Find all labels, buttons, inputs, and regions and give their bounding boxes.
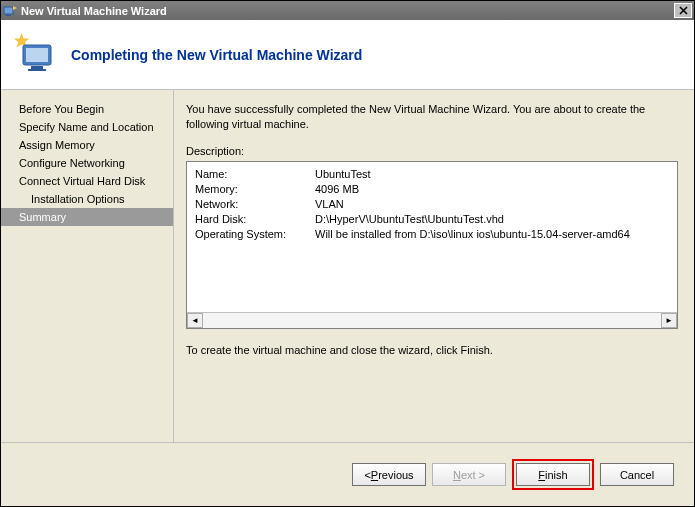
description-key: Operating System: [195,228,315,240]
horizontal-scrollbar[interactable]: ◄ ► [187,312,677,328]
description-list: Name:UbuntuTestMemory:4096 MBNetwork:VLA… [187,162,677,312]
description-row: Operating System:Will be installed from … [195,228,669,240]
scroll-right-arrow-icon[interactable]: ► [661,313,677,328]
sidebar-step[interactable]: Summary [1,208,173,226]
wizard-header: Completing the New Virtual Machine Wizar… [1,20,694,90]
sidebar-step[interactable]: Configure Networking [1,154,173,172]
description-row: Network:VLAN [195,198,669,210]
next-button: Next > [432,463,506,486]
description-value: VLAN [315,198,344,210]
sidebar-step[interactable]: Connect Virtual Hard Disk [1,172,173,190]
outro-text: To create the virtual machine and close … [186,343,678,358]
scroll-track[interactable] [203,313,661,328]
sidebar-step[interactable]: Assign Memory [1,136,173,154]
svg-rect-1 [6,15,11,16]
description-key: Memory: [195,183,315,195]
wizard-steps-sidebar: Before You BeginSpecify Name and Locatio… [1,90,173,442]
previous-button[interactable]: < Previous [352,463,426,486]
description-key: Hard Disk: [195,213,315,225]
svg-marker-2 [13,6,17,10]
description-value: 4096 MB [315,183,359,195]
content-pane: You have successfully completed the New … [173,90,694,442]
description-key: Name: [195,168,315,180]
svg-rect-0 [4,7,13,14]
intro-text: You have successfully completed the New … [186,102,678,133]
svg-rect-5 [26,48,48,62]
finish-highlight: Finish [512,459,594,490]
window-title: New Virtual Machine Wizard [21,5,674,17]
titlebar[interactable]: New Virtual Machine Wizard [1,1,694,20]
svg-rect-7 [28,69,46,71]
scroll-left-arrow-icon[interactable]: ◄ [187,313,203,328]
description-label: Description: [186,145,678,157]
description-key: Network: [195,198,315,210]
button-bar: < Previous Next > Finish Cancel [1,442,694,506]
description-row: Hard Disk:D:\HyperV\UbuntuTest\UbuntuTes… [195,213,669,225]
finish-button[interactable]: Finish [516,463,590,486]
page-title: Completing the New Virtual Machine Wizar… [71,47,362,63]
description-row: Memory:4096 MB [195,183,669,195]
sidebar-step[interactable]: Specify Name and Location [1,118,173,136]
description-box: Name:UbuntuTestMemory:4096 MBNetwork:VLA… [186,161,678,329]
close-button[interactable] [674,3,692,18]
svg-rect-6 [31,66,43,69]
sidebar-step[interactable]: Before You Begin [1,100,173,118]
cancel-button[interactable]: Cancel [600,463,674,486]
app-icon [3,4,17,18]
description-value: UbuntuTest [315,168,371,180]
wizard-logo-icon [13,33,57,77]
description-row: Name:UbuntuTest [195,168,669,180]
sidebar-step[interactable]: Installation Options [1,190,173,208]
description-value: Will be installed from D:\iso\linux ios\… [315,228,630,240]
description-value: D:\HyperV\UbuntuTest\UbuntuTest.vhd [315,213,504,225]
